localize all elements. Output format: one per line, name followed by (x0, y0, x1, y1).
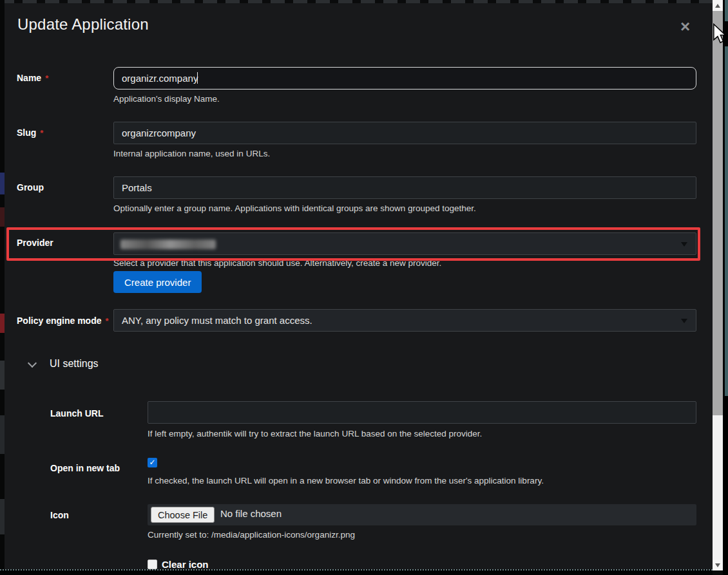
scrollbar[interactable] (713, 0, 723, 575)
backdrop-fragment (0, 314, 5, 333)
backdrop-fragment (0, 173, 5, 194)
scrollbar-up-button[interactable] (713, 0, 723, 11)
choose-file-button[interactable]: Choose File (151, 507, 215, 523)
icon-help: Currently set to: /media/application-ico… (148, 530, 355, 540)
mouse-cursor (713, 23, 727, 44)
group-label: Group (17, 182, 44, 193)
launch-url-label: Launch URL (50, 408, 103, 419)
required-asterisk: * (105, 316, 108, 326)
close-icon[interactable]: × (680, 18, 690, 35)
scrollbar-thumb[interactable] (713, 11, 723, 415)
scrollbar-bottom-gap (713, 570, 723, 575)
create-provider-button[interactable]: Create provider (113, 271, 202, 293)
name-label: Name* (17, 73, 48, 83)
checkmark-icon: ✓ (149, 458, 155, 467)
right-edge-teal-strip (725, 0, 728, 396)
slug-label: Slug* (17, 127, 43, 138)
open-in-new-tab-checkbox[interactable]: ✓ (148, 458, 157, 467)
slug-help: Internal application name, used in URLs. (113, 149, 270, 158)
screen: Update Application × Name* Application's… (0, 0, 728, 575)
modal-title: Update Application (17, 15, 149, 33)
name-input[interactable] (113, 67, 696, 90)
backdrop-fragment (0, 207, 5, 227)
launch-url-help: If left empty, authentik will try to ext… (148, 429, 482, 438)
chevron-down-icon (681, 242, 687, 247)
required-asterisk: * (40, 128, 43, 138)
text-caret (197, 72, 198, 84)
group-help: Optionally enter a group name. Applicati… (113, 203, 476, 213)
open-in-new-tab-label: Open in new tab (50, 463, 120, 473)
policy-engine-mode-value: ANY, any policy must match to grant acce… (122, 315, 312, 326)
file-chosen-status: No file chosen (220, 508, 282, 519)
provider-value-redacted (120, 240, 216, 249)
icon-label: Icon (50, 510, 69, 520)
clear-icon-label: Clear icon (162, 559, 209, 570)
policy-engine-mode-label: Policy engine mode* (17, 316, 109, 326)
ui-settings-label: UI settings (50, 358, 99, 370)
backdrop-fragment (0, 415, 5, 454)
right-window-edge (723, 0, 728, 575)
provider-help: Select a provider that this application … (113, 258, 441, 268)
provider-select[interactable] (113, 232, 696, 255)
policy-engine-mode-select[interactable]: ANY, any policy must match to grant acce… (113, 309, 696, 332)
scroll-up-icon (715, 4, 720, 8)
icon-file-input[interactable]: Choose File No file chosen (148, 504, 696, 525)
chevron-down-icon (681, 319, 687, 323)
backdrop-fragment (0, 361, 5, 390)
backdrop-fragment (0, 499, 5, 534)
backdrop-bottom-edge (0, 569, 713, 575)
backdrop-left-edge (0, 0, 5, 575)
required-asterisk: * (45, 73, 48, 83)
scrollbar-down-button[interactable] (713, 560, 723, 570)
scroll-down-icon (715, 563, 720, 567)
clear-icon-checkbox[interactable] (148, 560, 157, 569)
slug-input[interactable] (113, 122, 696, 144)
launch-url-input[interactable] (148, 401, 696, 424)
name-help: Application's display Name. (113, 94, 220, 104)
group-input[interactable] (113, 176, 696, 199)
open-in-new-tab-help: If checked, the launch URL will open in … (148, 476, 544, 485)
provider-label: Provider (17, 238, 53, 248)
